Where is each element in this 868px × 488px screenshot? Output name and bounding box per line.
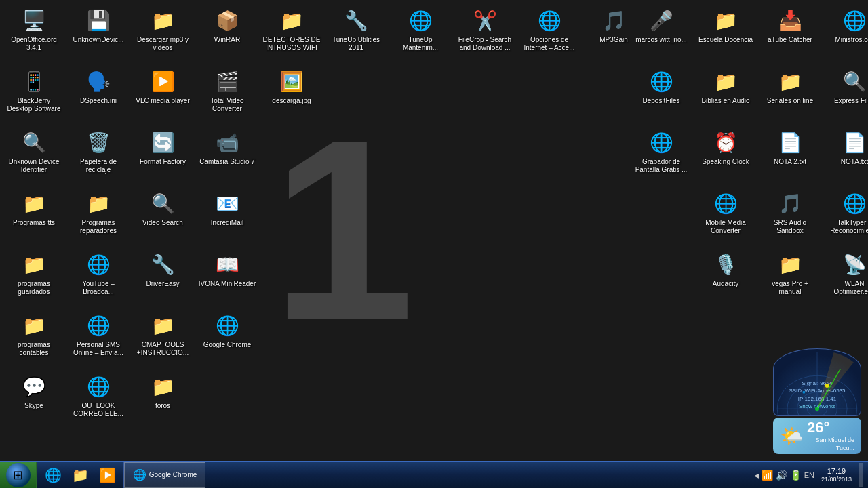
desktop-icon-youtube[interactable]: 🌐 YouTube – Broadca... bbox=[68, 251, 129, 296]
icon-image-wlan: 📡 bbox=[841, 251, 868, 278]
desktop-icon-wlan[interactable]: 📡 WLAN Optimizer.exe bbox=[824, 251, 868, 296]
desktop-icon-audacity[interactable]: 🎙️ Audacity bbox=[695, 251, 756, 288]
desktop-icon-detectores[interactable]: 📁 DETECTORES DE INTRUSOS WIFI bbox=[261, 7, 322, 52]
desktop-icon-atube[interactable]: 📥 aTube Catcher bbox=[760, 7, 821, 44]
taskbar-clock[interactable]: 17:19 21/08/2013 bbox=[817, 466, 856, 484]
desktop-icon-format[interactable]: 🔄 Format Factory bbox=[132, 129, 193, 166]
icon-label-detectores: DETECTORES DE INTRUSOS WIFI bbox=[263, 36, 321, 52]
desktop-icon-programasrep[interactable]: 📁 Programas reparadores bbox=[68, 190, 129, 235]
desktop-icon-biblias[interactable]: 📁 Biblias en Audio bbox=[695, 68, 756, 105]
taskbar-app-button[interactable]: 🌐 Google Chrome bbox=[124, 462, 205, 488]
icon-label-papelera: Papelera de reciclaje bbox=[70, 158, 127, 174]
clock-date: 21/08/2013 bbox=[821, 476, 852, 484]
icon-label-audacity: Audacity bbox=[713, 280, 738, 288]
desktop-icon-incredimail[interactable]: 📧 IncrediMail bbox=[197, 190, 258, 227]
icon-image-speaking: ⏰ bbox=[712, 129, 739, 156]
desktop-icon-nota2[interactable]: 📄 NOTA 2.txt bbox=[760, 129, 821, 166]
icon-image-format: 🔄 bbox=[149, 129, 176, 156]
tray-show-desktop[interactable] bbox=[859, 463, 863, 487]
desktop-icon-outlook[interactable]: 🌐 OUTLOOK CORREO ELE... bbox=[68, 373, 129, 418]
desktop-icon-tuneup[interactable]: 🌐 TuneUp Mantenim... bbox=[390, 7, 451, 52]
tray-arrow-icon[interactable]: ◂ bbox=[754, 470, 759, 481]
taskbar-media-icon[interactable]: ▶️ bbox=[94, 462, 121, 488]
icon-label-googlechrome: Google Chrome bbox=[203, 341, 252, 349]
icon-image-camtasia: 📹 bbox=[214, 129, 241, 156]
start-button[interactable]: ⊞ bbox=[0, 462, 37, 489]
taskbar-ie-icon[interactable]: 🌐 bbox=[39, 462, 66, 488]
desktop-icon-marcos[interactable]: 🎤 marcos witt_rio... bbox=[631, 7, 692, 44]
desktop-icon-drivereasy[interactable]: 🔧 DriverEasy bbox=[132, 251, 193, 288]
desktop-icon-unknownident[interactable]: 🔍 Unknown Device Identifier bbox=[3, 129, 64, 174]
icon-image-blackberry: 📱 bbox=[20, 68, 47, 95]
tray-sound-icon[interactable]: 🔊 bbox=[776, 470, 787, 481]
icon-image-drivereasy: 🔧 bbox=[149, 251, 176, 278]
desktop-icon-foros[interactable]: 📁 foros bbox=[132, 373, 193, 410]
desktop-icon-cmaptools[interactable]: 📁 CMAPTOOLS +INSTRUCCIO... bbox=[132, 312, 193, 357]
desktop-icon-descargar[interactable]: 📁 Descargar mp3 y videos bbox=[132, 7, 193, 52]
desktop-icon-expressfiles[interactable]: 🔍 Express Files bbox=[824, 68, 868, 105]
tray-battery-icon[interactable]: 🔋 bbox=[790, 470, 802, 481]
desktop-icon-opciones[interactable]: 🌐 Opciones de Internet – Acce... bbox=[519, 7, 580, 52]
desktop-icon-unknowndevice[interactable]: 💾 UnknownDevic... bbox=[68, 7, 129, 44]
desktop-icon-openoffice[interactable]: 🖥️ OpenOffice.org 3.4.1 bbox=[3, 7, 64, 52]
desktop-icon-camtasia[interactable]: 📹 Camtasia Studio 7 bbox=[197, 129, 258, 166]
icon-label-descargar: Descargar mp3 y videos bbox=[134, 36, 192, 52]
icon-image-srs: 🎵 bbox=[776, 190, 804, 217]
desktop-icon-talkttyper[interactable]: 🌐 TalkTyper – Reconocimien... bbox=[824, 190, 868, 235]
desktop-icon-mobile[interactable]: 🌐 Mobile Media Converter bbox=[695, 190, 756, 235]
desktop-icon-skype[interactable]: 💬 Skype bbox=[3, 373, 64, 410]
taskbar-folder-icon[interactable]: 📁 bbox=[66, 462, 94, 488]
desktop-icon-papelera[interactable]: 🗑️ Papelera de reciclaje bbox=[68, 129, 129, 174]
desktop-icon-ministros[interactable]: 🌐 Ministros.org bbox=[824, 7, 868, 44]
tray-network-icon[interactable]: 📶 bbox=[762, 470, 773, 481]
desktop-icon-programasguard[interactable]: 📁 programas guardados bbox=[3, 251, 64, 296]
desktop-icon-ivona[interactable]: 📖 IVONA MiniReader bbox=[197, 251, 258, 288]
desktop-icon-depositfiles[interactable]: 🌐 DepositFiles bbox=[631, 68, 692, 105]
desktop-icon-googlechrome[interactable]: 🌐 Google Chrome bbox=[197, 312, 258, 349]
icon-label-mobile: Mobile Media Converter bbox=[697, 219, 755, 235]
desktop-icon-srs[interactable]: 🎵 SRS Audio Sandbox bbox=[760, 190, 821, 235]
icon-image-nota: 📄 bbox=[841, 129, 868, 156]
desktop-icon-personalsms[interactable]: 🌐 Personal SMS Online – Envía... bbox=[68, 312, 129, 357]
icon-label-programascont: programas contables bbox=[5, 341, 63, 357]
icon-image-nota2: 📄 bbox=[776, 129, 804, 156]
start-orb: ⊞ bbox=[6, 463, 31, 487]
desktop-icon-videosearch[interactable]: 🔍 Video Search bbox=[132, 190, 193, 227]
icon-image-dspeech: 🗣️ bbox=[85, 68, 112, 95]
icon-label-tuneup: TuneUp Mantenim... bbox=[392, 36, 450, 52]
taskbar-running-apps: 🌐 Google Chrome bbox=[124, 462, 749, 488]
icon-image-googlechrome: 🌐 bbox=[214, 312, 241, 339]
desktop-icon-filecrop[interactable]: ✂️ FileCrop - Search and Download ... bbox=[454, 7, 515, 52]
desktop-icon-vegaspro[interactable]: 📁 vegas Pro + manual bbox=[760, 251, 821, 296]
desktop-icon-speaking[interactable]: ⏰ Speaking Clock bbox=[695, 129, 756, 166]
desktop-icon-programastts[interactable]: 📁 Programas tts bbox=[3, 190, 64, 227]
svg-point-6 bbox=[802, 391, 805, 394]
tray-ime-icon[interactable]: EN bbox=[804, 471, 814, 479]
desktop-icon-vlc[interactable]: ▶️ VLC media player bbox=[132, 68, 193, 105]
desktop-icon-totalvideo[interactable]: 🎬 Total Video Converter bbox=[197, 68, 258, 113]
icon-label-opciones: Opciones de Internet – Acce... bbox=[521, 36, 578, 52]
desktop-icon-seriales[interactable]: 📁 Seriales on line bbox=[760, 68, 821, 105]
icon-image-grabador: 🌐 bbox=[648, 129, 675, 156]
icon-label-atube: aTube Catcher bbox=[768, 36, 812, 44]
icon-label-dspeech: DSpeech.ini bbox=[80, 97, 117, 105]
desktop-icon-winrar[interactable]: 📦 WinRAR bbox=[197, 7, 258, 44]
wifi-widget[interactable]: Signal: 96 % SSID: WiFi-Armei-0535 IP:19… bbox=[773, 348, 861, 416]
icon-label-ivona: IVONA MiniReader bbox=[199, 280, 256, 288]
desktop-icon-nota[interactable]: 📄 NOTA.txt bbox=[824, 129, 868, 166]
desktop-icon-dspeech[interactable]: 🗣️ DSpeech.ini bbox=[68, 68, 129, 105]
icon-label-foros: foros bbox=[155, 402, 170, 410]
icon-image-openoffice: 🖥️ bbox=[20, 7, 47, 34]
icon-label-nota: NOTA.txt bbox=[841, 158, 868, 166]
icon-label-filecrop: FileCrop - Search and Download ... bbox=[456, 36, 514, 52]
desktop-icon-descarga[interactable]: 🖼️ descarga.jpg bbox=[261, 68, 322, 105]
icon-label-seriales: Seriales on line bbox=[767, 97, 813, 105]
desktop-icon-tuneup2011[interactable]: 🔧 TuneUp Utilities 2011 bbox=[326, 7, 387, 52]
weather-widget[interactable]: 🌤️ 26° San Miguel de Tucu... bbox=[773, 418, 861, 454]
icon-label-biblias: Biblias en Audio bbox=[701, 97, 749, 105]
desktop-icon-programascont[interactable]: 📁 programas contables bbox=[3, 312, 64, 357]
desktop-icon-blackberry[interactable]: 📱 BlackBerry Desktop Software bbox=[3, 68, 64, 113]
icon-label-expressfiles: Express Files bbox=[834, 97, 868, 105]
desktop-icon-escuela[interactable]: 📁 Escuela Docencia bbox=[695, 7, 756, 44]
desktop-icon-grabador[interactable]: 🌐 Grabador de Pantalla Gratis ... bbox=[631, 129, 692, 174]
